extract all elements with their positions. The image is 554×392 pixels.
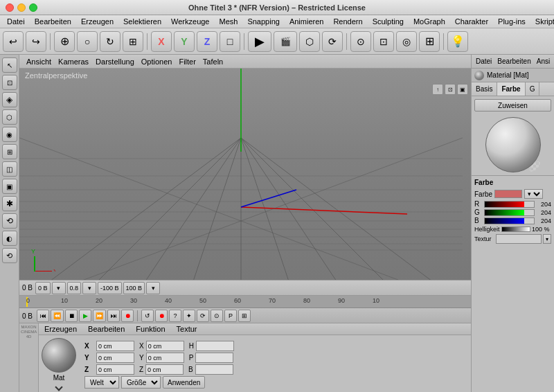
viewport-menu-kameras[interactable]: Kameras [55,57,91,66]
playback-extra2[interactable]: ⟳ [197,310,209,322]
playback-record[interactable]: ⏺ [121,310,134,322]
menu-plugins[interactable]: Plug-ins [494,17,530,26]
coord-z2-input[interactable] [145,364,184,375]
timeline-dropdown-1[interactable]: ▾ [52,282,66,294]
menu-rendern[interactable]: Rendern [329,17,366,26]
viewport-menu-tafeln[interactable]: Tafeln [200,57,226,66]
farbe-color-swatch[interactable] [494,190,522,198]
mat-tab-funktion[interactable]: Funktion [133,323,168,335]
textur-browse-button[interactable]: ▾ [543,234,551,244]
viewport-canvas[interactable]: Zentralperspektive [19,69,471,280]
playback-extra5[interactable]: ⊞ [238,310,251,322]
snap3-button[interactable]: ◎ [396,31,417,52]
textur-input[interactable] [496,234,542,244]
playback-help[interactable]: ? [169,310,181,322]
lt-smooth-btn[interactable]: ⟲ [2,248,17,263]
rp-menu-bearbeiten[interactable]: Bearbeiten [495,57,533,66]
menu-charakter[interactable]: Charakter [451,17,492,26]
coord-h-input[interactable] [196,341,234,351]
vp-icon-zoom[interactable]: ⊡ [445,84,456,95]
playback-next-frame[interactable]: ⏩ [93,310,106,322]
timeline-input-2[interactable]: 0.8 [67,282,82,294]
lt-poly-btn[interactable]: ⬡ [2,109,17,125]
close-button[interactable] [6,3,14,12]
playback-loop[interactable]: ↺ [141,310,154,322]
snap2-button[interactable]: ⊡ [373,31,394,52]
tool1-button[interactable]: ⊞ [419,31,440,52]
menu-skript[interactable]: Skript [531,17,554,26]
coord-size-dropdown[interactable]: Größe [121,376,161,389]
rp-menu-datei[interactable]: Datei [474,57,494,66]
maximize-button[interactable] [29,3,37,12]
lt-face-btn[interactable]: ◫ [2,161,17,177]
playback-prev-frame[interactable]: ⏪ [51,310,64,322]
new-button[interactable]: ⊕ [54,31,75,52]
coord-p-input[interactable] [195,353,233,363]
viewport-menu-ansicht[interactable]: Ansicht [24,57,54,66]
timeline-dropdown-2[interactable]: ▾ [82,282,96,294]
timeline-input-4[interactable]: 100 B [123,282,145,294]
minimize-button[interactable] [17,3,26,12]
g-bar[interactable] [484,209,535,216]
rp-tab-g[interactable]: G [526,82,540,96]
coord-welt-dropdown[interactable]: Welt [84,376,119,389]
timeline-dropdown-3[interactable]: ▾ [146,282,160,294]
rp-tab-farbe[interactable]: Farbe [497,82,525,96]
playback-extra3[interactable]: ⊙ [211,310,223,322]
timeline-input-3[interactable]: -100 B [98,282,122,294]
menu-animieren[interactable]: Animieren [285,17,328,26]
farbe-dropdown[interactable]: ▾ [524,189,543,199]
viewport[interactable]: Ansicht Kameras Darstellung Optionen Fil… [19,55,471,280]
helligkeit-bar[interactable] [501,226,530,232]
lt-magnet-btn[interactable]: ◐ [2,231,17,246]
coord-x-input[interactable] [96,341,134,351]
playback-play[interactable]: ▶ [79,310,91,322]
menu-erzeugen[interactable]: Erzeugen [77,17,118,26]
material-button[interactable]: ⬡ [299,31,320,52]
undo-button[interactable]: ↩ [3,31,24,52]
timeline-input-1[interactable]: 0 B [35,282,51,294]
lt-rect-btn[interactable]: ⊡ [2,75,17,90]
light-button[interactable]: 💡 [447,31,468,52]
select-button[interactable]: ○ [77,31,98,52]
y-axis-button[interactable]: Y [174,31,195,52]
lt-edge-btn[interactable]: ⊞ [2,144,17,159]
rp-tab-basis[interactable]: Basis [472,82,497,96]
viewport-menu-darstellung[interactable]: Darstellung [93,57,137,66]
vp-icon-cam[interactable]: ▣ [457,84,468,95]
playback-extra1[interactable]: ✦ [183,310,195,322]
mat-tab-textur[interactable]: Textur [174,323,200,335]
playback-rewind-start[interactable]: ⏮ [37,310,49,322]
material-swatch[interactable] [42,338,76,373]
zuweisen-button[interactable]: Zuweisen [474,99,551,112]
menu-snapping[interactable]: Snapping [243,17,284,26]
lt-uv-btn[interactable]: ▣ [2,179,17,194]
coord-x2-input[interactable] [146,341,184,351]
menu-werkzeuge[interactable]: Werkzeuge [167,17,213,26]
viewport-menu-optionen[interactable]: Optionen [138,57,175,66]
lt-rotate-btn[interactable]: ⟲ [2,213,17,229]
snap-button[interactable]: ⊙ [350,31,371,52]
scale-button[interactable]: ⊞ [123,31,143,52]
r-bar[interactable] [484,201,535,208]
z-axis-button[interactable]: Z [197,31,217,52]
coord-z-input[interactable] [96,364,134,375]
mat-tab-erzeugen[interactable]: Erzeugen [42,323,80,335]
coord-y-input[interactable] [96,353,134,363]
coord-b-input[interactable] [195,364,233,375]
x-axis-button[interactable]: X [151,31,172,52]
coord-button[interactable]: □ [220,31,240,52]
playback-stop[interactable]: ⏹ [65,310,78,322]
mat-tab-bearbeiten[interactable]: Bearbeiten [85,323,127,335]
playback-stop-red[interactable]: ⏺ [155,310,168,322]
viewport-menu-filter[interactable]: Filter [176,57,198,66]
menu-mesh[interactable]: Mesh [215,17,242,26]
render-settings-button[interactable]: 🎬 [274,31,297,52]
menu-mograph[interactable]: MoGraph [409,17,449,26]
lt-select-btn[interactable]: ↖ [2,57,17,73]
menu-bearbeiten[interactable]: Bearbeiten [30,17,75,26]
lt-brush-btn[interactable]: ✱ [2,196,17,211]
menu-sculpting[interactable]: Sculpting [368,17,408,26]
redo-button[interactable]: ↪ [26,31,46,52]
render-button[interactable]: ▶ [248,31,271,52]
